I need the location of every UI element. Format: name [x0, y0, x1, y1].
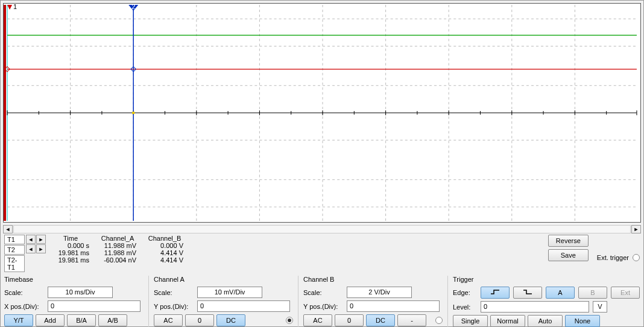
dt-a: -60.004 nV: [96, 256, 139, 264]
none-button[interactable]: None: [565, 315, 600, 327]
channel-a-group: Channel A Scale: 10 mV/Div Y pos.(Div): …: [154, 276, 293, 327]
ab-button[interactable]: A/B: [98, 314, 127, 326]
ext-trigger-radio[interactable]: [633, 254, 640, 261]
svg-rect-1: [4, 5, 6, 221]
cursor-readout-table: T1 T2 T2-T1 ◄ ► ◄ ► Time Channel_A Chann…: [4, 235, 186, 272]
cha-enable-radio[interactable]: [286, 317, 293, 324]
timebase-scale-label: Scale:: [4, 289, 44, 296]
horizontal-scrollbar[interactable]: ◄ ►: [1, 225, 643, 233]
t2-left-button[interactable]: ◄: [26, 244, 36, 253]
chb-scale-input[interactable]: 2 V/Div: [347, 287, 412, 298]
t1-left-button[interactable]: ◄: [26, 235, 36, 244]
ext-trigger-label: Ext. trigger: [597, 254, 629, 261]
cha-scale-label: Scale:: [154, 289, 194, 296]
chb-dc-button[interactable]: DC: [366, 314, 395, 326]
timebase-title: Timebase: [4, 276, 144, 283]
cursor-label-delta: T2-T1: [4, 255, 25, 272]
chb-scale-label: Scale:: [303, 289, 343, 296]
scroll-track[interactable]: [13, 225, 631, 233]
ba-button[interactable]: B/A: [67, 314, 96, 326]
scroll-left-icon[interactable]: ◄: [3, 225, 13, 233]
chb-enable-radio[interactable]: [435, 317, 443, 324]
normal-button[interactable]: Normal: [490, 315, 525, 327]
cursor-label-t1[interactable]: T1: [4, 235, 25, 244]
level-label: Level:: [453, 303, 477, 311]
cha-ypos-label: Y pos.(Div):: [154, 303, 194, 310]
t1-time: 0.000 s: [49, 242, 92, 249]
yt-button[interactable]: Y/T: [4, 314, 33, 326]
dt-time: 19.981 ms: [49, 256, 92, 264]
oscilloscope-display[interactable]: 1 2: [3, 3, 641, 223]
channel-b-group: Channel B Scale: 2 V/Div Y pos.(Div): 0 …: [303, 276, 443, 327]
add-button[interactable]: Add: [36, 314, 65, 326]
chb-ypos-input[interactable]: 0: [347, 300, 440, 312]
t2-time: 19.981 ms: [49, 249, 92, 256]
chb-ypos-label: Y pos.(Div):: [303, 303, 343, 310]
timebase-scale-input[interactable]: 10 ms/Div: [48, 287, 113, 298]
level-unit: V: [593, 301, 607, 313]
auto-button[interactable]: Auto: [528, 315, 563, 327]
chb-zero-button[interactable]: 0: [335, 314, 364, 326]
edge-rising-button[interactable]: [481, 287, 510, 299]
channel-b-title: Channel B: [303, 276, 443, 283]
falling-edge-icon: [523, 289, 532, 295]
t1-right-button[interactable]: ►: [36, 235, 46, 244]
svg-rect-49: [132, 112, 134, 114]
edge-label: Edge:: [453, 289, 477, 296]
edge-b-button[interactable]: B: [578, 287, 607, 299]
t1-a: 11.988 mV: [96, 242, 139, 249]
cha-ypos-input[interactable]: 0: [197, 300, 290, 312]
trigger-title: Trigger: [453, 276, 640, 283]
single-button[interactable]: Single: [453, 315, 488, 327]
timebase-xpos-label: X pos.(Div):: [4, 303, 44, 310]
col-chan-a: Channel_A: [96, 235, 139, 242]
t2-b: 4.414 V: [144, 249, 186, 256]
dt-b: 4.414 V: [144, 256, 186, 264]
edge-ext-button[interactable]: Ext: [611, 287, 640, 299]
cha-dc-button[interactable]: DC: [216, 314, 245, 326]
cha-scale-input[interactable]: 10 mV/Div: [197, 287, 262, 298]
cursor-label-t2[interactable]: T2: [4, 245, 25, 255]
t1-b: 0.000 V: [144, 242, 186, 249]
edge-falling-button[interactable]: [513, 287, 542, 299]
channel-a-title: Channel A: [154, 276, 293, 283]
scroll-right-icon[interactable]: ►: [631, 225, 641, 233]
cha-zero-button[interactable]: 0: [185, 314, 214, 326]
t2-a: 11.988 mV: [96, 249, 139, 256]
t2-right-button[interactable]: ►: [36, 244, 46, 253]
trigger-group: Trigger Edge: A B Ext Level: 0 V Single: [453, 276, 640, 327]
col-time: Time: [49, 235, 92, 242]
save-button[interactable]: Save: [548, 249, 589, 261]
level-input[interactable]: 0: [481, 301, 589, 313]
chb-ac-button[interactable]: AC: [303, 314, 332, 326]
reverse-button[interactable]: Reverse: [548, 235, 589, 247]
col-chan-b: Channel_B: [144, 235, 186, 242]
edge-a-button[interactable]: A: [546, 287, 575, 299]
svg-text:2: 2: [131, 4, 135, 10]
svg-text:1: 1: [13, 4, 17, 10]
chb-minus-button[interactable]: -: [397, 314, 426, 326]
rising-edge-icon: [490, 289, 500, 295]
cha-ac-button[interactable]: AC: [154, 314, 183, 326]
timebase-xpos-input[interactable]: 0: [48, 300, 140, 312]
timebase-group: Timebase Scale: 10 ms/Div X pos.(Div): 0…: [4, 276, 144, 327]
